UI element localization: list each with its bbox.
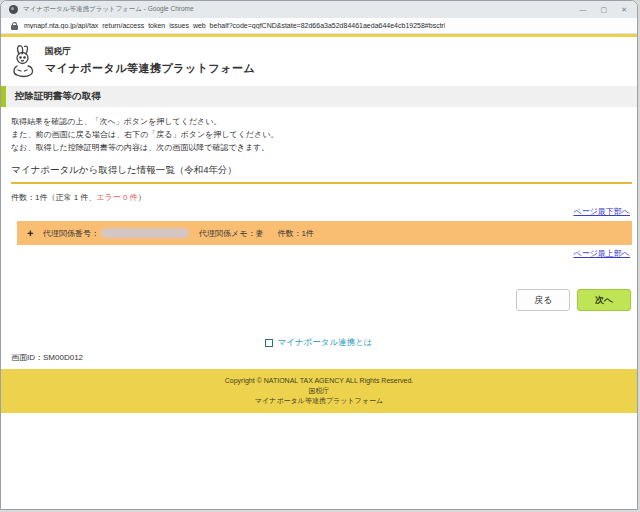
- agent-number-label: 代理関係番号：: [43, 228, 99, 239]
- external-link-icon: [265, 339, 273, 347]
- browser-window: マイナポータル等連携プラットフォーム - Google Chrome — ▢ ✕…: [0, 0, 638, 510]
- about-mynaportal-link[interactable]: マイナポータル連携とは: [277, 337, 372, 349]
- instruction-text: 取得結果を確認の上、「次へ」ボタンを押してください。 また、前の画面に戻る場合は…: [11, 115, 637, 154]
- screen-id: 画面ID：SM00D012: [11, 352, 637, 363]
- close-button[interactable]: ✕: [621, 1, 627, 18]
- expand-plus-icon[interactable]: ＋: [25, 226, 35, 240]
- agency-name: 国税庁: [45, 46, 255, 58]
- site-favicon-icon: [9, 5, 18, 14]
- link-page-bottom[interactable]: ページ最下部へ: [573, 206, 630, 217]
- page-content: 国税庁 マイナポータル等連携プラットフォーム 控除証明書等の取得 取得結果を確認…: [1, 37, 637, 509]
- browser-titlebar: マイナポータル等連携プラットフォーム - Google Chrome — ▢ ✕: [1, 1, 637, 18]
- footer-platform: マイナポータル等連携プラットフォーム: [1, 396, 637, 406]
- agent-count-label: 件数：1件: [277, 228, 313, 239]
- back-button[interactable]: 戻る: [516, 289, 570, 311]
- list-section-title: マイナポータルから取得した情報一覧（令和4年分）: [11, 164, 632, 184]
- minimize-button[interactable]: —: [580, 1, 587, 18]
- instruction-line: なお、取得した控除証明書等の内容は、次の画面以降で確認できます。: [11, 141, 637, 154]
- agent-record-row[interactable]: ＋ 代理関係番号： 代理関係メモ：妻 件数：1件: [17, 221, 632, 245]
- window-title: マイナポータル等連携プラットフォーム - Google Chrome: [23, 5, 580, 14]
- link-page-top[interactable]: ページ最上部へ: [573, 248, 630, 259]
- footer-agency: 国税庁: [1, 386, 637, 396]
- count-error-text: エラー 0 件: [96, 193, 137, 202]
- address-bar[interactable]: mynapf.nta.go.jp/api/tax_return/access_t…: [1, 18, 637, 34]
- page-title: 控除証明書等の取得: [1, 86, 637, 107]
- instruction-line: また、前の画面に戻る場合は、右下の「戻る」ボタンを押してください。: [11, 128, 637, 141]
- record-count-summary: 件数：1件（正常 1 件、エラー 0 件）: [11, 192, 637, 203]
- url-text[interactable]: mynapf.nta.go.jp/api/tax_return/access_t…: [24, 22, 445, 29]
- page-footer: Copyright © NATIONAL TAX AGENCY ALL Righ…: [1, 369, 637, 413]
- agent-memo-label: 代理関係メモ：妻: [199, 228, 263, 239]
- instruction-line: 取得結果を確認の上、「次へ」ボタンを押してください。: [11, 115, 637, 128]
- copyright-text: Copyright © NATIONAL TAX AGENCY ALL Righ…: [1, 376, 637, 386]
- empty-area: [1, 413, 637, 509]
- site-header: 国税庁 マイナポータル等連携プラットフォーム: [1, 37, 637, 84]
- count-suffix-text: ）: [138, 193, 146, 202]
- maximize-button[interactable]: ▢: [601, 1, 608, 18]
- next-button[interactable]: 次へ: [577, 289, 631, 311]
- redacted-agent-number: [101, 228, 189, 238]
- count-normal-text: 件数：1件（正常 1 件、: [11, 193, 96, 202]
- nta-mascot-logo-icon: [9, 44, 39, 78]
- platform-title: マイナポータル等連携プラットフォーム: [45, 61, 255, 76]
- lock-icon: [11, 22, 18, 30]
